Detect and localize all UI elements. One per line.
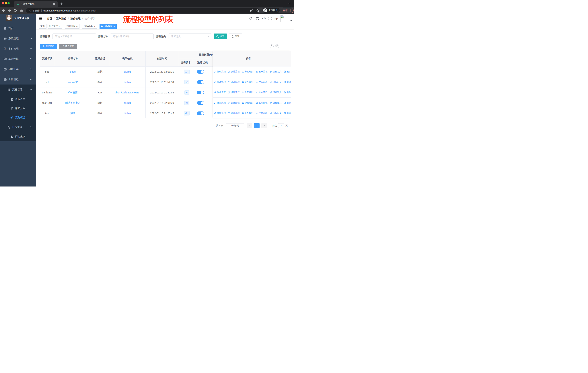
svg-text:?: ? [263,18,265,20]
